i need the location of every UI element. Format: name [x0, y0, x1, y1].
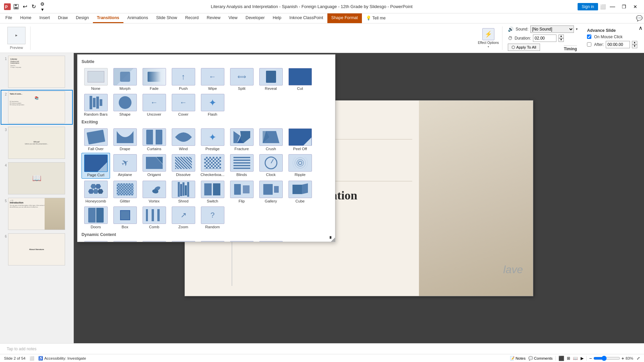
zoom-out-button[interactable]: −	[589, 356, 592, 361]
restore-button[interactable]: ❐	[619, 2, 629, 11]
transition-fracture[interactable]: Fracture	[227, 127, 256, 152]
tab-slideshow[interactable]: Slide Show	[152, 13, 181, 23]
tab-developer[interactable]: Developer	[241, 13, 269, 23]
zoom-slider[interactable]	[593, 356, 620, 361]
reading-view-button[interactable]: 📖	[573, 356, 578, 361]
tap-to-add-notes[interactable]: Tap to add notes	[7, 347, 37, 351]
transition-cube[interactable]: Cube	[286, 179, 314, 204]
tab-shapeformat[interactable]: Shape Format	[327, 13, 362, 23]
after-input[interactable]	[606, 41, 630, 48]
collapse-button[interactable]: ∧	[639, 25, 643, 31]
tab-file[interactable]: File	[1, 13, 16, 23]
zoom-in-button[interactable]: +	[622, 356, 624, 361]
transition-fade[interactable]: Fade	[140, 67, 168, 92]
redo-button[interactable]: ↻	[30, 3, 37, 10]
transition-comb[interactable]: Comb	[140, 205, 168, 230]
transition-cut[interactable]: Cut	[286, 67, 314, 92]
tab-record[interactable]: Record	[181, 13, 203, 23]
transition-clock[interactable]: Clock	[257, 153, 285, 179]
transition-morph[interactable]: Morph	[111, 67, 139, 92]
comments-button[interactable]: 💬 Comments	[528, 356, 553, 361]
tab-insert[interactable]: Insert	[36, 13, 54, 23]
minimize-button[interactable]: —	[608, 2, 617, 11]
transition-pan[interactable]: ↑ Pan	[82, 240, 110, 242]
transition-flash[interactable]: ✦ Flash	[198, 93, 227, 118]
duration-up[interactable]: ▲	[558, 35, 564, 38]
tab-review[interactable]: Review	[203, 13, 224, 23]
normal-view-button[interactable]: ⬛	[558, 356, 564, 361]
slideshow-button[interactable]: ▶	[581, 356, 584, 361]
undo-button[interactable]: ↩	[21, 3, 28, 10]
transition-push[interactable]: ↑ Push	[169, 67, 198, 92]
transition-origami[interactable]: Origami	[140, 153, 168, 179]
tab-home[interactable]: Home	[16, 13, 35, 23]
after-up[interactable]: ▲	[632, 41, 637, 45]
transition-shred[interactable]: Shred	[169, 179, 198, 204]
slide-item-6[interactable]: 6 About literature	[1, 233, 72, 266]
notes-button[interactable]: 📝 Notes	[510, 356, 526, 361]
transition-split[interactable]: ⟺ Split	[227, 67, 256, 92]
transition-checkerboard[interactable]: Checkerboa...	[198, 153, 227, 179]
sound-dropdown[interactable]: ▾	[576, 27, 578, 31]
transition-switch[interactable]: Switch	[198, 179, 227, 204]
duration-down[interactable]: ▼	[558, 38, 564, 42]
transition-random[interactable]: ? Random	[198, 205, 227, 230]
transition-prestige[interactable]: ✦ Prestige	[198, 127, 227, 152]
transition-blinds[interactable]: Blinds	[227, 153, 256, 179]
tab-view[interactable]: View	[224, 13, 241, 23]
effect-options-button[interactable]: ⚡ Effect Options ▾	[478, 28, 499, 48]
save-button[interactable]	[13, 3, 19, 10]
slide-sorter-button[interactable]: ⊞	[567, 356, 570, 361]
transition-window[interactable]: Window	[198, 240, 227, 242]
tab-help[interactable]: Help	[269, 13, 285, 23]
transition-cover[interactable]: ← Cover	[169, 93, 198, 118]
transition-orbit[interactable]: Orbit	[227, 240, 256, 242]
transition-zoom[interactable]: ↗ Zoom	[169, 205, 198, 230]
slide-item-4[interactable]: 4 📖	[1, 162, 72, 195]
transition-peel-off[interactable]: Peel Off	[286, 127, 314, 152]
transition-conveyor[interactable]: Conveyor	[140, 240, 168, 242]
slide-item-2[interactable]: 2 Table of conte... 📚 01 Introduction 02…	[1, 90, 72, 124]
tab-inknoe[interactable]: Inknoe ClassPoint	[285, 13, 327, 23]
transition-ferris-wheel[interactable]: Ferris Wheel	[111, 240, 139, 242]
after-down[interactable]: ▼	[632, 45, 637, 48]
transition-doors[interactable]: Doors	[82, 205, 110, 230]
slide-item-1[interactable]: 1 Literary Analysis and Interpretation S…	[1, 55, 72, 88]
preview-thumbnail[interactable]: ▶	[7, 27, 25, 44]
transition-random-bars[interactable]: Random Bars	[82, 93, 110, 118]
transition-ripple[interactable]: Ripple	[286, 153, 314, 179]
transition-reveal[interactable]: Reveal	[257, 67, 285, 92]
transition-rotate[interactable]: Rotate	[169, 240, 198, 242]
quick-access-button[interactable]: ⚙ ▾	[39, 3, 46, 10]
panel-resize-handle[interactable]: ▘	[330, 236, 335, 242]
transition-box[interactable]: Box	[111, 205, 139, 230]
notes-bar[interactable]: Tap to add notes	[0, 343, 644, 354]
transition-fly-through[interactable]: Fly Through	[257, 240, 285, 242]
transition-honeycomb[interactable]: Honeycomb	[82, 179, 110, 204]
signin-button[interactable]: Sign in	[578, 3, 598, 10]
slide-item-5[interactable]: 5 ↗ 01 Introduction You can give a brief…	[1, 197, 72, 231]
tab-tellme[interactable]: 💡 Tell me	[362, 13, 390, 23]
transition-crush[interactable]: Crush	[257, 127, 285, 152]
accessibility-info[interactable]: ♿ Accessibility: Investigate	[38, 356, 86, 361]
transition-vortex[interactable]: Vortex	[140, 179, 168, 204]
duration-input[interactable]	[533, 35, 556, 42]
transition-none[interactable]: None	[82, 67, 110, 92]
transition-drape[interactable]: Drape	[111, 127, 139, 152]
transition-airplane[interactable]: ✈ Airplane	[111, 153, 139, 179]
transition-shape[interactable]: Shape	[111, 93, 139, 118]
after-checkbox[interactable]	[587, 42, 591, 47]
transition-wipe[interactable]: ← Wipe	[198, 67, 227, 92]
transition-wind[interactable]: Wind	[169, 127, 198, 152]
transition-curtains[interactable]: Curtains	[140, 127, 168, 152]
sound-select[interactable]: [No Sound]	[530, 25, 574, 33]
tab-draw[interactable]: Draw	[54, 13, 72, 23]
tab-transitions[interactable]: Transitions	[93, 13, 123, 23]
transition-uncover[interactable]: ← Uncover	[140, 93, 168, 118]
transition-dissolve[interactable]: Dissolve	[169, 153, 198, 179]
transition-fall-over[interactable]: Fall Over	[82, 127, 110, 152]
apply-all-button[interactable]: ⬡ Apply To All	[508, 44, 540, 51]
close-button[interactable]: ✕	[631, 2, 640, 11]
transition-page-curl[interactable]: Page Curl	[82, 153, 110, 179]
transition-glitter[interactable]: Glitter	[111, 179, 139, 204]
